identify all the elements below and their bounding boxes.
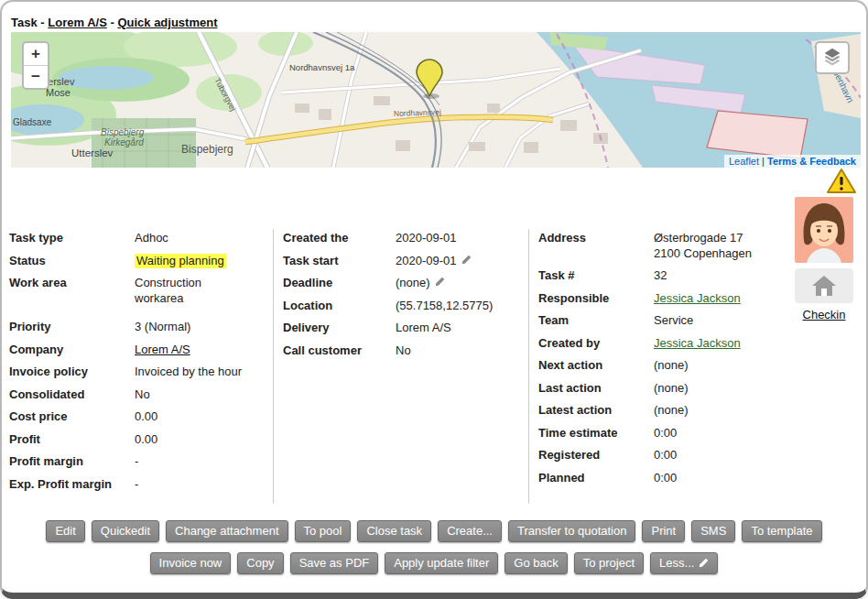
avatar-image xyxy=(795,197,853,263)
detail-row-created-by: Created by Jessica Jackson xyxy=(538,336,787,352)
details-column-3: Address Østerbrogade 172100 Copenhagen T… xyxy=(538,231,787,493)
detail-row-call-customer: Call customer No xyxy=(283,343,528,359)
field-label: Last action xyxy=(538,381,654,397)
edit-pencil-icon[interactable] xyxy=(435,277,445,287)
map-layers-control[interactable] xyxy=(815,41,850,74)
terms-feedback-link[interactable]: Terms & Feedback xyxy=(767,156,856,167)
field-value: Østerbrogade 172100 Copenhagen xyxy=(654,231,752,261)
field-value: 0:00 xyxy=(654,426,677,441)
field-value: Construction workarea xyxy=(135,276,237,306)
field-value: Lorem A/S xyxy=(396,321,451,336)
breadcrumb-task-link[interactable]: Quick adjustment xyxy=(117,16,217,29)
created-by-link[interactable]: Jessica Jackson xyxy=(654,336,741,352)
quickedit-button[interactable]: Quickedit xyxy=(92,520,159,542)
field-label: Invoice policy xyxy=(9,365,135,380)
field-value: Invoiced by the hour xyxy=(135,365,242,380)
save-as-pdf-button[interactable]: Save as PDF xyxy=(290,552,379,574)
close-task-button[interactable]: Close task xyxy=(357,520,431,542)
checkin-link[interactable]: Checkin xyxy=(803,308,846,321)
detail-row-time-estimate: Time estimate 0:00 xyxy=(538,426,787,441)
map-label: Nordhavnsvej xyxy=(394,107,441,118)
field-value: 32 xyxy=(654,268,667,284)
checkin-button[interactable] xyxy=(795,268,853,303)
column-divider xyxy=(273,229,274,504)
map[interactable]: Utterslev Mose Gladsaxe Utterslev Bispeb… xyxy=(11,32,861,168)
field-label: Task type xyxy=(9,231,135,246)
go-back-button[interactable]: Go back xyxy=(505,552,567,574)
field-value: (none) xyxy=(654,381,689,397)
edit-pencil-icon[interactable] xyxy=(461,255,472,265)
detail-row-location: Location (55.7158,12.5775) xyxy=(283,299,528,314)
detail-row-responsible: Responsible Jessica Jackson xyxy=(538,291,787,307)
detail-row-deadline: Deadline (none) xyxy=(283,276,528,291)
map-label: Gladsaxe xyxy=(13,117,52,127)
breadcrumb-company-link[interactable]: Lorem A/S xyxy=(48,16,107,29)
to-pool-button[interactable]: To pool xyxy=(295,520,352,542)
map-label: Bispebjerg xyxy=(101,127,145,137)
field-label: Priority xyxy=(9,320,135,335)
create-button[interactable]: Create... xyxy=(438,520,502,542)
map-label: Bispebjerg xyxy=(181,143,233,156)
field-label: Task start xyxy=(283,254,396,269)
action-button-row-1: Edit Quickedit Change attachment To pool… xyxy=(2,520,866,542)
change-attachment-button[interactable]: Change attachment xyxy=(166,520,288,542)
field-value: 0:00 xyxy=(654,448,677,463)
field-label: Exp. Profit margin xyxy=(9,477,135,493)
sms-button[interactable]: SMS xyxy=(691,520,735,542)
detail-row-delivery: Delivery Lorem A/S xyxy=(283,321,528,336)
edit-pencil-icon xyxy=(699,558,709,568)
field-label: Next action xyxy=(538,358,654,374)
field-value: (none) xyxy=(654,403,689,419)
address-line-1: Østerbrogade 17 xyxy=(654,231,743,245)
field-value: 2020-09-01 xyxy=(396,254,457,269)
details-column-2: Created the 2020-09-01 Task start 2020-0… xyxy=(283,231,528,365)
transfer-to-quotation-button[interactable]: Transfer to quotation xyxy=(508,520,635,542)
field-value: 0.00 xyxy=(135,432,157,448)
field-label: Profit margin xyxy=(9,454,135,470)
map-zoom-control: + − xyxy=(22,41,49,90)
zoom-out-button[interactable]: − xyxy=(24,66,48,88)
field-value: Service xyxy=(654,313,693,329)
field-label: Team xyxy=(538,313,654,329)
print-button[interactable]: Print xyxy=(642,520,685,542)
field-value: (none) xyxy=(654,358,689,374)
avatar[interactable] xyxy=(795,197,853,263)
field-label: Registered xyxy=(538,448,654,463)
field-label: Profit xyxy=(9,432,135,448)
map-label: Nordhavnsvej 1a xyxy=(289,62,355,72)
map-attribution: Leaflet | Terms & Feedback xyxy=(724,155,861,168)
field-value: - xyxy=(135,454,138,470)
leaflet-link[interactable]: Leaflet xyxy=(729,156,759,167)
responsible-link[interactable]: Jessica Jackson xyxy=(654,291,741,307)
to-template-button[interactable]: To template xyxy=(742,520,821,542)
field-label: Deadline xyxy=(283,276,396,291)
to-project-button[interactable]: To project xyxy=(574,552,644,574)
home-icon xyxy=(811,275,837,297)
field-value: 2020-09-01 xyxy=(396,231,457,246)
layers-icon xyxy=(822,48,842,68)
field-label: Cost price xyxy=(9,409,135,425)
detail-row-consolidated: Consolidated No xyxy=(9,387,273,403)
map-label: Utterslev xyxy=(71,147,114,158)
field-label: Work area xyxy=(9,276,135,291)
field-label: Delivery xyxy=(283,321,396,336)
company-link[interactable]: Lorem A/S xyxy=(135,343,190,358)
field-label: Latest action xyxy=(538,403,654,419)
copy-button[interactable]: Copy xyxy=(237,552,283,574)
field-value: No xyxy=(135,387,150,403)
zoom-in-button[interactable]: + xyxy=(24,43,48,66)
field-value: - xyxy=(135,477,138,493)
field-label: Planned xyxy=(538,471,654,486)
field-label: Time estimate xyxy=(538,426,654,441)
address-line-2: 2100 Copenhagen xyxy=(654,246,752,260)
apply-update-filter-button[interactable]: Apply update filter xyxy=(385,552,498,574)
warning-icon[interactable] xyxy=(826,168,857,199)
invoice-now-button[interactable]: Invoice now xyxy=(150,552,232,574)
edit-button[interactable]: Edit xyxy=(46,520,84,542)
less-button[interactable]: Less... xyxy=(650,552,718,574)
checkin-panel: Checkin xyxy=(795,268,853,322)
map-label: Mose xyxy=(46,87,71,98)
less-button-label: Less... xyxy=(659,556,694,570)
breadcrumb-separator: - xyxy=(110,16,114,29)
detail-row-cost-price: Cost price 0.00 xyxy=(9,409,273,425)
